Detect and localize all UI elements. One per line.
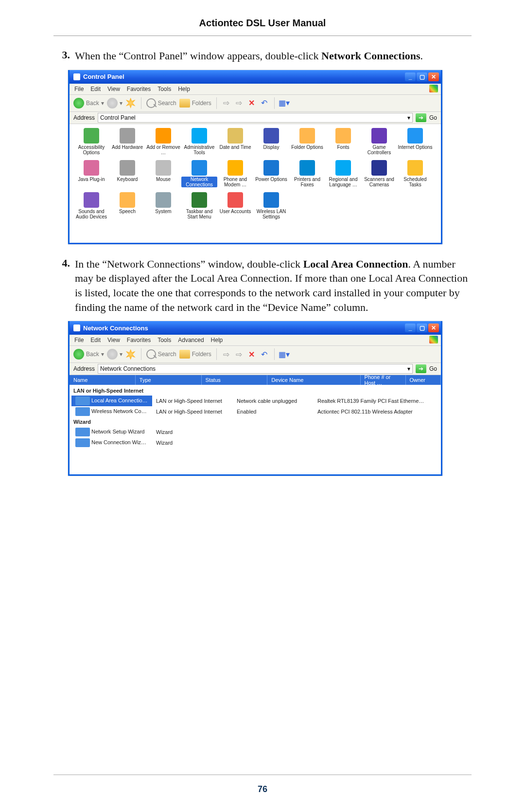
copy-to-icon[interactable]: ⇨ <box>234 349 244 359</box>
cell: Actiontec PCI 802.11b Wireless Adapter <box>314 408 428 415</box>
cp-item[interactable]: Java Plug-in <box>73 159 109 191</box>
menu-file[interactable]: File <box>74 86 84 92</box>
folders-button[interactable]: Folders <box>179 99 211 108</box>
cell <box>233 431 314 433</box>
cp-item[interactable]: User Accounts <box>217 191 253 223</box>
column-header[interactable]: Phone # or Host … <box>361 375 406 385</box>
up-button[interactable] <box>125 98 136 108</box>
menu-edit[interactable]: Edit <box>90 337 101 343</box>
go-label: Go <box>429 365 437 372</box>
menu-advanced[interactable]: Advanced <box>178 337 204 343</box>
column-header[interactable]: Status <box>202 375 268 385</box>
cp-item[interactable]: Scheduled Tasks <box>397 159 433 191</box>
search-button[interactable]: Search <box>146 98 176 108</box>
search-button[interactable]: Search <box>146 349 176 359</box>
delete-icon[interactable]: ✕ <box>247 349 257 359</box>
cp-item-icon <box>371 128 387 144</box>
cp-item[interactable]: System <box>145 191 181 223</box>
cp-item[interactable]: Folder Options <box>289 127 325 159</box>
menu-tools[interactable]: Tools <box>158 86 171 92</box>
cp-item[interactable]: Display <box>253 127 289 159</box>
connection-row[interactable]: Wireless Network Connection 4LAN or High… <box>71 406 441 417</box>
go-button[interactable]: ➔ <box>416 113 426 122</box>
cp-item-label: Sounds and Audio Devices <box>73 209 109 219</box>
chevron-down-icon[interactable]: ▾ <box>407 114 410 121</box>
menu-view[interactable]: View <box>107 337 120 343</box>
cp-item[interactable]: Add or Remove … <box>145 127 181 159</box>
back-button[interactable]: Back▾ <box>73 349 104 360</box>
chevron-down-icon[interactable]: ▾ <box>407 365 410 372</box>
column-header[interactable]: Device Name <box>267 375 360 385</box>
connection-row[interactable]: Network Setup WizardWizard <box>71 427 441 437</box>
window-icon <box>73 73 80 80</box>
cp-item[interactable]: Scanners and Cameras <box>361 159 397 191</box>
cp-item[interactable]: Speech <box>109 191 145 223</box>
cp-item-label: Taskbar and Start Menu <box>181 209 217 219</box>
menu-help[interactable]: Help <box>178 86 190 92</box>
menu-view[interactable]: View <box>107 86 120 92</box>
cp-item[interactable]: Taskbar and Start Menu <box>181 191 217 223</box>
header-rule <box>53 36 472 36</box>
cp-item-icon <box>156 160 171 176</box>
back-button[interactable]: Back▾ <box>73 98 104 108</box>
menu-edit[interactable]: Edit <box>90 86 101 92</box>
close-button[interactable]: ✕ <box>428 72 439 81</box>
move-to-icon[interactable]: ⇨ <box>222 98 231 108</box>
address-field[interactable]: Network Connections▾ <box>98 364 413 374</box>
cp-item[interactable]: Sounds and Audio Devices <box>73 191 109 223</box>
cp-item[interactable]: Date and Time <box>217 127 253 159</box>
undo-icon[interactable]: ↶ <box>260 349 269 359</box>
menu-tools[interactable]: Tools <box>158 337 171 343</box>
connection-row[interactable]: Local Area Connection 5LAN or High-Speed… <box>71 396 441 406</box>
cp-item[interactable]: Add Hardware <box>109 127 145 159</box>
copy-to-icon[interactable]: ⇨ <box>234 98 244 108</box>
toolbar: Back▾ ▾ Search Folders ⇨ ⇨ ✕ ↶ ▦▾ <box>70 95 441 112</box>
window-icon <box>73 325 80 331</box>
menu-favorites[interactable]: Favorites <box>127 337 151 343</box>
cp-item[interactable]: Keyboard <box>109 159 145 191</box>
cell: LAN or High-Speed Internet <box>152 408 233 415</box>
folders-button[interactable]: Folders <box>179 350 211 359</box>
search-icon <box>146 349 156 359</box>
details-header[interactable]: NameTypeStatusDevice NamePhone # or Host… <box>70 375 441 385</box>
cp-item[interactable]: Phone and Modem … <box>217 159 253 191</box>
views-button[interactable]: ▦▾ <box>280 98 289 108</box>
column-header[interactable]: Type <box>136 375 202 385</box>
cp-item[interactable]: Printers and Faxes <box>289 159 325 191</box>
menu-help[interactable]: Help <box>211 337 223 343</box>
maximize-button[interactable]: ▢ <box>417 72 427 81</box>
up-button[interactable] <box>125 349 136 360</box>
cp-item[interactable]: Game Controllers <box>361 127 397 159</box>
column-header[interactable]: Name <box>70 375 136 385</box>
move-to-icon[interactable]: ⇨ <box>222 349 231 359</box>
cp-item-icon <box>84 160 99 176</box>
cp-item-icon <box>228 128 243 144</box>
cp-item[interactable]: Accessibility Options <box>73 127 109 159</box>
search-icon <box>146 98 156 108</box>
cp-item[interactable]: Internet Options <box>397 127 433 159</box>
address-field[interactable]: Control Panel▾ <box>98 113 413 123</box>
cp-item-icon <box>192 160 207 176</box>
close-button[interactable]: ✕ <box>428 324 439 332</box>
cp-item[interactable]: Administrative Tools <box>181 127 217 159</box>
cp-item[interactable]: Regional and Language … <box>325 159 361 191</box>
titlebar: Control Panel _ ▢ ✕ <box>70 70 441 84</box>
minimize-button[interactable]: _ <box>405 324 416 332</box>
cp-item[interactable]: Mouse <box>145 159 181 191</box>
connection-row[interactable]: New Connection WizardWizard <box>71 437 441 448</box>
delete-icon[interactable]: ✕ <box>247 98 257 108</box>
menu-favorites[interactable]: Favorites <box>127 86 151 92</box>
cp-item[interactable]: Fonts <box>325 127 361 159</box>
cp-item[interactable]: Wireless LAN Settings <box>253 191 289 223</box>
cp-item[interactable]: Power Options <box>253 159 289 191</box>
column-header[interactable]: Owner <box>406 375 441 385</box>
maximize-button[interactable]: ▢ <box>417 324 427 332</box>
cp-item[interactable]: Network Connections <box>181 159 217 191</box>
minimize-button[interactable]: _ <box>405 72 416 81</box>
forward-button[interactable]: ▾ <box>107 349 122 360</box>
undo-icon[interactable]: ↶ <box>260 98 269 108</box>
forward-button[interactable]: ▾ <box>107 98 122 108</box>
menu-file[interactable]: File <box>74 337 84 343</box>
go-button[interactable]: ➔ <box>416 364 426 373</box>
views-button[interactable]: ▦▾ <box>280 349 289 359</box>
